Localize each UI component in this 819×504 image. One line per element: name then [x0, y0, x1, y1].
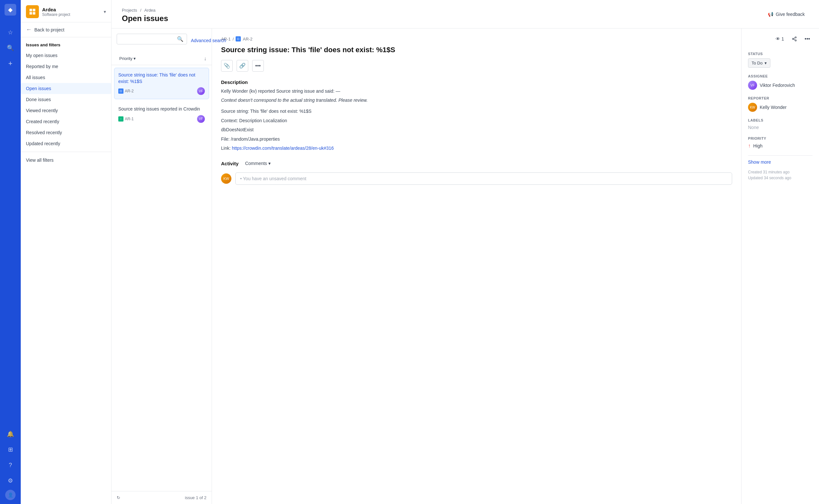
desc-link-url[interactable]: https://crowdin.com/translate/ardeas/28/… — [232, 146, 333, 151]
issue-card-ar1-title: Source string issues reported in Crowdin — [118, 106, 205, 112]
search-icon[interactable]: 🔍 — [4, 41, 17, 54]
settings-icon[interactable]: ⚙ — [4, 474, 17, 487]
status-label: STATUS — [748, 52, 813, 56]
breadcrumb-ar2[interactable]: AR-2 — [243, 37, 252, 41]
page-title: Open issues — [122, 14, 168, 23]
give-feedback-button[interactable]: 📢 Give feedback — [764, 9, 809, 19]
desc-link: Link: https://crowdin.com/translate/arde… — [221, 145, 732, 152]
desc-line3: dbDoesNotExist — [221, 126, 732, 133]
user-avatar[interactable]: 👤 — [5, 490, 16, 500]
assignee-row: VF Viktor Fedorovich — [748, 81, 813, 90]
create-icon[interactable]: + — [4, 57, 17, 70]
status-select-button[interactable]: To Do ▾ — [748, 58, 770, 68]
priority-chevron-icon: ▾ — [134, 56, 136, 61]
issue-card-ar1[interactable]: Source string issues reported in Crowdin… — [114, 102, 209, 127]
sidebar-item-updated[interactable]: Updated recently — [21, 138, 111, 149]
svg-line-7 — [794, 39, 795, 40]
link-button[interactable]: 🔗 — [237, 60, 248, 72]
avatar-ar2: VF — [197, 87, 205, 95]
issue-list-panel: 🔍 Advanced search Priority ▾ ↓ Source st… — [111, 29, 212, 504]
issue-type-icon-ar2: ⊡ — [118, 88, 123, 94]
breadcrumb-sep: / — [140, 8, 142, 13]
comments-label: Comments — [245, 161, 267, 166]
breadcrumb: Projects / Ardea — [122, 8, 168, 13]
labels-label: LABELS — [748, 118, 813, 122]
priority-value: High — [753, 143, 763, 148]
issue-id-ar2-label: AR-2 — [125, 89, 134, 93]
back-arrow-icon: ← — [26, 26, 32, 33]
apps-icon[interactable]: ⊞ — [4, 443, 17, 456]
star-icon[interactable]: ☆ — [4, 26, 17, 39]
detail-issue-icon: ⊡ — [236, 36, 241, 41]
priority-high-icon: ↑ — [748, 143, 751, 149]
activity-header: Activity Comments ▾ — [221, 159, 732, 167]
comments-dropdown-button[interactable]: Comments ▾ — [242, 159, 273, 167]
priority-filter-button[interactable]: Priority ▾ — [117, 55, 138, 62]
search-row: 🔍 Advanced search — [117, 34, 206, 47]
question-icon[interactable]: ? — [4, 459, 17, 472]
sidebar-item-done[interactable]: Done issues — [21, 94, 111, 105]
sidebar-item-reported[interactable]: Reported by me — [21, 61, 111, 72]
activity-section: Activity Comments ▾ KW • You have an uns… — [221, 159, 732, 185]
back-to-project-button[interactable]: ← Back to project — [21, 22, 111, 37]
priority-row: ↑ High — [748, 143, 813, 149]
main-content: Projects / Ardea Open issues 📢 Give feed… — [111, 0, 819, 504]
svg-point-6 — [795, 40, 796, 41]
issue-card-ar2[interactable]: Source string issue: This 'file' does no… — [114, 68, 209, 99]
assignee-label: ASSIGNEE — [748, 74, 813, 78]
sidebar-divider — [21, 152, 111, 152]
more-options-button[interactable]: ••• — [802, 34, 813, 44]
project-chevron-icon[interactable]: ▾ — [104, 9, 106, 14]
sidebar-item-created[interactable]: Created recently — [21, 116, 111, 127]
project-name: Ardea — [42, 7, 100, 12]
breadcrumb-project[interactable]: Ardea — [144, 8, 156, 13]
notification-icon[interactable]: 🔔 — [4, 428, 17, 440]
issue-card-ar1-footer: ↑ AR-1 VF — [118, 115, 205, 123]
sidebar-divider — [748, 155, 813, 156]
nav-bar: ◆ ☆ 🔍 + 🔔 ⊞ ? ⚙ 👤 — [0, 0, 21, 504]
detail-breadcrumb: AR-1 / ⊡ AR-2 — [221, 36, 732, 41]
issue-card-ar2-footer: ⊡ AR-2 VF — [118, 87, 205, 95]
home-icon[interactable]: ◆ — [5, 4, 16, 16]
reporter-avatar: KW — [748, 103, 757, 112]
status-value: To Do — [752, 61, 763, 65]
svg-rect-0 — [29, 9, 32, 11]
issue-id-ar2: ⊡ AR-2 — [118, 88, 134, 94]
view-all-filters-link[interactable]: View all filters — [21, 155, 111, 166]
attach-button[interactable]: 📎 — [221, 60, 233, 72]
more-actions-button[interactable]: ••• — [252, 60, 264, 72]
svg-point-5 — [792, 38, 794, 40]
sidebar-item-resolved[interactable]: Resolved recently — [21, 127, 111, 138]
breadcrumb-projects[interactable]: Projects — [122, 8, 137, 13]
desc-italic: Context doesn't correspond to the actual… — [221, 97, 732, 104]
breadcrumb-ar1[interactable]: AR-1 — [221, 37, 231, 41]
main-body: 🔍 Advanced search Priority ▾ ↓ Source st… — [111, 29, 819, 504]
show-more-link[interactable]: Show more — [748, 159, 813, 165]
sort-icon[interactable]: ↓ — [204, 56, 206, 62]
issue-count-text: issue 1 of 2 — [185, 495, 207, 500]
list-footer: ↻ issue 1 of 2 — [111, 491, 212, 504]
comment-input[interactable]: • You have an unsaved comment — [235, 172, 732, 185]
detail-title: Source string issue: This 'file' does no… — [221, 45, 732, 55]
project-type: Software project — [42, 12, 100, 17]
comment-input-row: KW • You have an unsaved comment — [221, 172, 732, 185]
sidebar-item-open[interactable]: Open issues — [21, 83, 111, 94]
share-button[interactable] — [789, 34, 800, 44]
sidebar-item-all[interactable]: All issues — [21, 72, 111, 83]
right-sidebar-actions: 👁 1 ••• — [748, 34, 813, 44]
sidebar-item-my-open[interactable]: My open issues — [21, 50, 111, 61]
main-header: Projects / Ardea Open issues 📢 Give feed… — [111, 0, 819, 29]
description-text: Kelly Wonder (kv) reported Source string… — [221, 88, 732, 152]
svg-point-4 — [795, 37, 796, 38]
watch-button[interactable]: 👁 1 — [773, 35, 787, 43]
svg-line-8 — [794, 38, 795, 39]
reporter-label: REPORTER — [748, 96, 813, 100]
sidebar-item-viewed[interactable]: Viewed recently — [21, 105, 111, 116]
search-input[interactable] — [120, 37, 177, 42]
sidebar: Ardea Software project ▾ ← Back to proje… — [21, 0, 111, 504]
priority-section: PRIORITY ↑ High — [748, 136, 813, 149]
reporter-row: KW Kelly Wonder — [748, 103, 813, 112]
refresh-icon[interactable]: ↻ — [117, 495, 120, 500]
assignee-section: ASSIGNEE VF Viktor Fedorovich — [748, 74, 813, 90]
comment-avatar: KW — [221, 173, 231, 184]
